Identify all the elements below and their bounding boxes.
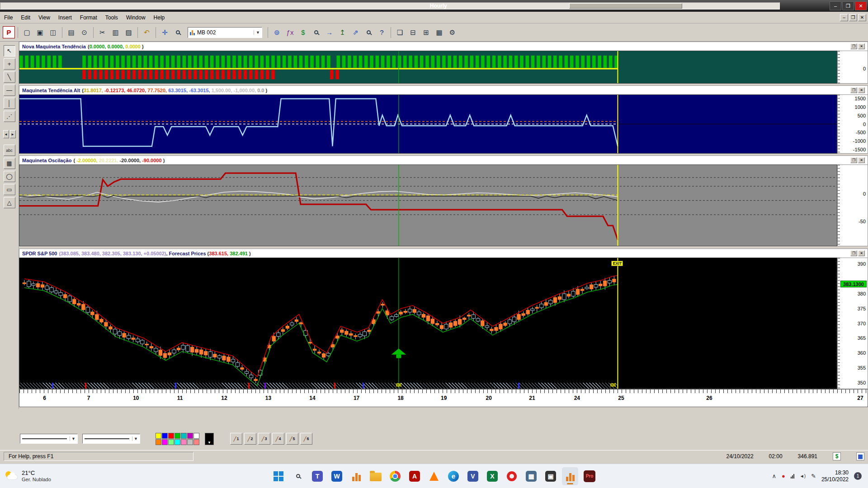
teams-icon[interactable]: T	[309, 467, 326, 485]
color-swatch[interactable]	[156, 439, 161, 445]
new-chart-button[interactable]: ▢	[21, 26, 33, 38]
copy-button[interactable]: ▥	[109, 26, 122, 38]
color-swatch[interactable]	[181, 433, 187, 439]
cut-button[interactable]: ✂	[96, 26, 108, 38]
panel-restore-button[interactable]: ❐	[850, 250, 857, 256]
powerconsole-button[interactable]: P	[3, 26, 15, 38]
downloader-button[interactable]: ↥	[336, 26, 349, 38]
options-button[interactable]: ⚙	[446, 26, 458, 38]
visio-icon[interactable]: V	[465, 467, 481, 485]
tray-app-icon[interactable]: ●	[782, 473, 785, 479]
excel-icon[interactable]: X	[484, 467, 500, 485]
open-chart-button[interactable]: ▣	[34, 26, 46, 38]
menu-item-format[interactable]: Format	[76, 13, 101, 23]
trendline-style-button-2[interactable]: ╱2	[244, 433, 256, 445]
vertical-line-tool[interactable]: │	[4, 98, 15, 109]
close-button[interactable]: ✕	[855, 1, 867, 10]
color-swatch[interactable]	[187, 439, 193, 445]
panel-restore-button[interactable]: ❐	[850, 157, 857, 163]
color-swatch[interactable]	[162, 439, 168, 445]
pointer-mode-button[interactable]: ✛	[159, 26, 171, 38]
start-button[interactable]	[270, 467, 287, 485]
chrome-icon[interactable]	[387, 467, 403, 485]
scrollbar-thumb[interactable]	[569, 3, 682, 9]
rectangle-tool[interactable]: ▭	[4, 184, 15, 195]
trendline-style-button-6[interactable]: ╱6	[300, 433, 312, 445]
save-chart-button[interactable]: ◫	[47, 26, 59, 38]
menu-item-help[interactable]: Help	[150, 13, 169, 23]
restore-button[interactable]: ❐	[842, 1, 854, 10]
utility-app-icon[interactable]: ▣	[542, 467, 559, 485]
trendline-tool[interactable]: ╲	[4, 71, 15, 83]
panel-left-arrow[interactable]: ◄	[3, 130, 9, 138]
taskbar-clock[interactable]: 18:30 25/10/2022	[821, 469, 849, 483]
weather-widget[interactable]: 21°C Ger. Nublado	[0, 470, 104, 483]
color-swatch[interactable]	[175, 433, 180, 439]
line-style-dropdown[interactable]: ▼	[20, 434, 78, 444]
fibonacci-tool[interactable]: ⋰	[4, 111, 15, 122]
metastock-icon[interactable]	[562, 467, 578, 485]
trendline-style-button-4[interactable]: ╱4	[272, 433, 284, 445]
chart-app-icon[interactable]	[348, 467, 364, 485]
color-swatch[interactable]	[168, 439, 174, 445]
print-preview-button[interactable]: ⊙	[78, 26, 90, 38]
menu-item-file[interactable]: File	[0, 13, 17, 23]
panel-right-arrow[interactable]: ►	[10, 130, 16, 138]
paste-button[interactable]: ▨	[123, 26, 135, 38]
forecaster-button[interactable]: →	[323, 26, 335, 38]
trendline-style-button-1[interactable]: ╱1	[230, 433, 242, 445]
print-button[interactable]: ▤	[65, 26, 77, 38]
tray-chevron-up-icon[interactable]: ∧	[772, 473, 776, 479]
menu-item-insert[interactable]: Insert	[54, 13, 76, 23]
color-swatch[interactable]	[175, 439, 180, 445]
indicator-builder-button[interactable]: ƒx	[284, 26, 296, 38]
opera-icon[interactable]	[504, 467, 520, 485]
file-explorer-icon[interactable]	[368, 467, 384, 485]
zoom-button[interactable]	[172, 26, 184, 38]
child-close-button[interactable]: ✕	[858, 14, 866, 21]
menu-item-window[interactable]: Window	[122, 13, 150, 23]
trendline-style-button-3[interactable]: ╱3	[258, 433, 270, 445]
tile-vertical-button[interactable]: ⊞	[420, 26, 432, 38]
pro-app-icon[interactable]: Pro	[581, 467, 598, 485]
word-icon[interactable]: W	[329, 467, 345, 485]
color-swatch[interactable]	[187, 433, 193, 439]
tile-horizontal-button[interactable]: ⊟	[407, 26, 419, 38]
expert-advisor-button[interactable]: $	[297, 26, 309, 38]
oscilacao-chart[interactable]	[19, 164, 837, 246]
text-tool[interactable]: abc	[4, 145, 15, 156]
chart-status-icon[interactable]: ▦	[856, 452, 864, 460]
grid-tool[interactable]: ▦	[4, 158, 15, 169]
volume-icon[interactable]: ◄)	[800, 474, 806, 479]
price-chart[interactable]: EXIT	[19, 258, 837, 389]
dollar-status-icon[interactable]: $	[833, 452, 841, 460]
triangle-tool[interactable]: △	[4, 197, 15, 208]
panel-restore-button[interactable]: ❐	[850, 43, 857, 49]
crosshair-tool[interactable]: +	[4, 58, 15, 70]
panel-close-button[interactable]: ✕	[858, 87, 865, 93]
web-button[interactable]: ⊚	[271, 26, 283, 38]
color-swatch[interactable]	[156, 433, 161, 439]
vlc-icon[interactable]	[426, 467, 442, 485]
help-pointer-button[interactable]: ?	[376, 26, 388, 38]
system-tester-button[interactable]: ⇗	[349, 26, 362, 38]
undo-button[interactable]: ↶	[141, 26, 153, 38]
minimize-button[interactable]: –	[830, 1, 841, 10]
menu-item-edit[interactable]: Edit	[17, 13, 34, 23]
color-swatch[interactable]	[162, 433, 168, 439]
color-swatch[interactable]	[193, 433, 199, 439]
panel-close-button[interactable]: ✕	[858, 43, 865, 49]
color-swatch[interactable]	[168, 433, 174, 439]
menu-item-tools[interactable]: Tools	[101, 13, 122, 23]
panel-close-button[interactable]: ✕	[858, 157, 865, 163]
acrobat-icon[interactable]: A	[406, 467, 423, 485]
color-picker-button[interactable]: ▼	[205, 433, 214, 445]
menu-item-view[interactable]: View	[34, 13, 54, 23]
template-combo[interactable]: MB 002▼	[188, 27, 262, 38]
color-swatch[interactable]	[193, 439, 199, 445]
child-minimize-button[interactable]: –	[840, 14, 848, 21]
child-restore-button[interactable]: ❐	[849, 14, 857, 21]
layout-button[interactable]: ▦	[433, 26, 445, 38]
tendencia-alt-chart[interactable]	[19, 94, 837, 154]
horizontal-line-tool[interactable]: —	[4, 84, 15, 96]
